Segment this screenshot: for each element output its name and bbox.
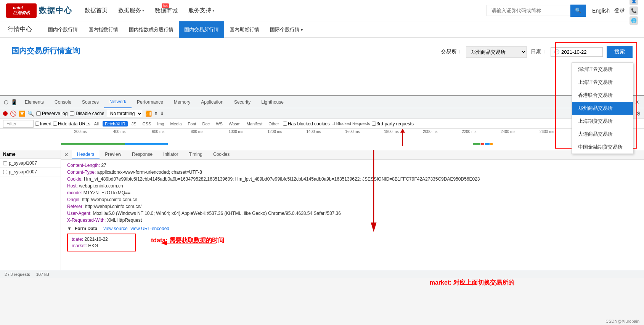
name-item-checkbox-2[interactable]	[3, 170, 7, 174]
inspector-icon[interactable]: ⬡	[4, 99, 8, 105]
detail-tab-preview[interactable]: Preview	[100, 150, 127, 159]
filter-tag-fetch-xhr[interactable]: Fetch/XHR	[103, 121, 128, 126]
timeline-progress-bar	[61, 143, 168, 145]
detail-close-btn[interactable]: ✕	[61, 150, 72, 159]
globe-icon[interactable]: 🌐	[630, 16, 638, 25]
throttle-select[interactable]: No throttling	[107, 110, 143, 117]
language-label[interactable]: English	[592, 8, 610, 14]
sub-nav-item-3[interactable]: 国内指数成分股行情	[124, 21, 179, 38]
filter-tag-ws[interactable]: WS	[214, 121, 225, 126]
preserve-log-label: Preserve log	[42, 111, 67, 116]
detail-tab-timing[interactable]: Timing	[183, 150, 208, 159]
profile-icon[interactable]: 👤	[630, 0, 638, 5]
dropdown-item-2[interactable]: 香港联合交易所	[572, 89, 633, 102]
filter-tag-css[interactable]: CSS	[140, 121, 154, 126]
sub-nav-item-5[interactable]: 国内期货行情	[224, 21, 265, 38]
form-data-key-0: tdate:	[72, 237, 83, 242]
filter-tag-other[interactable]: Other	[266, 121, 281, 126]
view-url-encoded-link[interactable]: view URL-encoded	[131, 226, 169, 231]
record-btn[interactable]	[3, 111, 8, 116]
filter-tag-font[interactable]: Font	[186, 121, 199, 126]
timeline-arrow-head	[400, 129, 405, 133]
devtools-tab-bar: ⬡ 📱 Elements Console Sources Network Per…	[0, 96, 644, 108]
tab-application[interactable]: Application	[196, 96, 229, 108]
disable-cache-check: Disable cache	[70, 111, 104, 116]
preserve-log-check: Preserve log	[36, 111, 67, 116]
name-item-2[interactable]: p_sysapi1007	[0, 168, 61, 176]
collapse-icon[interactable]: ▼	[67, 226, 72, 231]
search-input[interactable]	[487, 5, 570, 16]
dropdown-item-5[interactable]: 大连商品交易所	[572, 128, 633, 141]
phone-icon[interactable]: 📞	[630, 6, 638, 15]
filter-tag-js[interactable]: JS	[129, 121, 139, 126]
query-row: 交易所： 郑州商品交易所 日期： 🕐 搜索	[441, 46, 633, 58]
annotation-market-bottom: market: 对应上面切换交易所的	[430, 279, 514, 287]
tab-sources[interactable]: Sources	[77, 96, 104, 108]
name-item-1[interactable]: p_sysapi1007	[0, 159, 61, 168]
filter-tag-img[interactable]: Img	[155, 121, 166, 126]
exchange-select[interactable]: 郑州商品交易所	[466, 46, 527, 58]
header-row-1: Content-Type: application/x-www-form-url…	[67, 170, 638, 175]
tab-security[interactable]: Security	[229, 96, 256, 108]
tab-elements[interactable]: Elements	[19, 96, 49, 108]
search-area: 🔍	[487, 5, 586, 17]
filter-tag-wasm[interactable]: Wasm	[226, 121, 243, 126]
header-row-4: mcode: MTYzNTEzOTkxMQ==	[67, 190, 638, 195]
transfer-size: 107 kB	[36, 272, 49, 277]
device-icon[interactable]: 📱	[11, 99, 17, 105]
nav-data-service[interactable]: 数据服务 ▾	[118, 7, 144, 14]
header-row-7: User-Agent: Mozilla/5.0 (Windows NT 10.0…	[67, 211, 638, 216]
nav-support-label: 服务支持	[188, 7, 211, 14]
search-network-btn[interactable]: 🔍	[27, 110, 34, 117]
close-icon[interactable]: ✕	[635, 99, 639, 105]
view-source-link[interactable]: view source	[103, 226, 127, 231]
tab-lighthouse[interactable]: Lighthouse	[256, 96, 289, 108]
tab-network[interactable]: Network	[104, 96, 132, 108]
header-row-8: X-Requested-With: XMLHttpRequest	[67, 218, 638, 223]
nav-data-home[interactable]: 数据首页	[85, 7, 108, 14]
dropdown-item-1[interactable]: 上海证券交易所	[572, 76, 633, 89]
tab-console[interactable]: Console	[49, 96, 77, 108]
name-item-checkbox-1[interactable]	[3, 161, 7, 165]
filter-tag-media[interactable]: Media	[168, 121, 184, 126]
filter-btn[interactable]: 🔽	[19, 110, 25, 117]
tab-memory[interactable]: Memory	[169, 96, 196, 108]
filter-input[interactable]	[3, 120, 34, 128]
sub-nav-item-6[interactable]: 国际个股行情 ▾	[265, 21, 308, 38]
dropdown-item-0[interactable]: 深圳证券交易所	[572, 63, 633, 76]
sub-nav-item-4[interactable]: 国内交易所行情	[179, 21, 224, 38]
nav-support[interactable]: 服务支持 ▾	[188, 7, 214, 14]
login-link[interactable]: 登录	[614, 7, 625, 14]
filter-tag-manifest[interactable]: Manifest	[244, 121, 265, 126]
watermark: CSDN@Xiuropain	[605, 319, 639, 323]
filter-tag-doc[interactable]: Doc	[200, 121, 212, 126]
download-btn[interactable]: ⬇	[160, 111, 164, 116]
header-key-0: Content-Length:	[67, 163, 100, 168]
upload-btn[interactable]: ⬆	[154, 111, 158, 116]
detail-panel: ✕ Headers Preview Response Initiator Tim…	[61, 150, 644, 270]
gear-icon-right[interactable]: ⚙	[636, 110, 641, 117]
filter-tag-all[interactable]: All	[92, 121, 101, 126]
detail-tab-cookies[interactable]: Cookies	[208, 150, 235, 159]
nav-data-mall[interactable]: hot 数据商城	[155, 6, 178, 14]
form-data-val-0: 2021-10-22	[84, 237, 108, 242]
detail-tab-initiator[interactable]: Initiator	[158, 150, 183, 159]
arrow-svg	[132, 239, 155, 247]
search-button[interactable]: 🔍	[570, 5, 586, 17]
sub-nav-item-1[interactable]: 国内个股行情	[43, 21, 83, 38]
search-submit-btn[interactable]: 搜索	[607, 46, 633, 58]
dropdown-item-6[interactable]: 中国金融期货交易所	[572, 141, 633, 154]
tab-performance[interactable]: Performance	[132, 96, 169, 108]
dropdown-item-3[interactable]: 郑州商品交易所	[572, 102, 633, 115]
devtools: ⬡ 📱 Elements Console Sources Network Per…	[0, 95, 644, 278]
sub-nav-item-2[interactable]: 国内指数行情	[83, 21, 124, 38]
detail-tab-response[interactable]: Response	[127, 150, 158, 159]
disable-cache-checkbox[interactable]	[70, 111, 74, 116]
clear-btn[interactable]: 🚫	[10, 110, 16, 117]
date-input[interactable]	[561, 49, 599, 55]
preserve-log-checkbox[interactable]	[36, 111, 41, 116]
header-val-2: Hm_lvt_489bd07e99fbfc5f12cbb4145adb0a9b=…	[84, 176, 480, 182]
detail-tab-headers[interactable]: Headers	[72, 150, 100, 159]
dropdown-item-4[interactable]: 上海期货交易所	[572, 115, 633, 128]
header-row-2: Cookie: Hm_lvt_489bd07e99fbfc5f12cbb4145…	[67, 176, 638, 182]
